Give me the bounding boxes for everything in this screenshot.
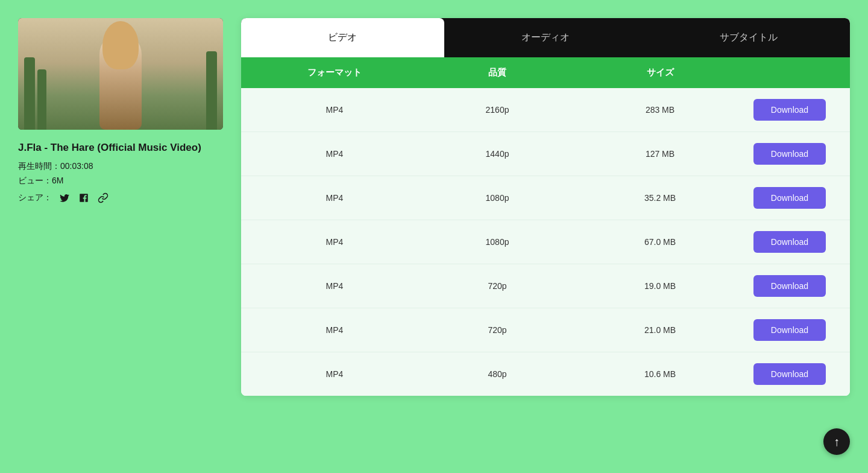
download-button[interactable]: Download xyxy=(753,143,826,165)
cell-download: Download xyxy=(741,363,838,385)
cell-quality: 2160p xyxy=(416,105,579,115)
cell-quality: 1080p xyxy=(416,237,579,247)
tab-subtitle[interactable]: サブタイトル xyxy=(647,18,850,57)
views-value: 6M xyxy=(52,176,63,185)
cell-quality: 1080p xyxy=(416,193,579,203)
views-label: ビュー： xyxy=(18,176,52,185)
video-views: ビュー：6M xyxy=(18,176,223,186)
twitter-icon[interactable] xyxy=(58,191,71,205)
share-label: シェア： xyxy=(18,192,52,203)
col-size: サイズ xyxy=(579,67,741,78)
cell-size: 10.6 MB xyxy=(579,369,741,379)
facebook-icon[interactable] xyxy=(77,191,90,205)
tab-video[interactable]: ビデオ xyxy=(241,18,444,57)
col-quality: 品質 xyxy=(416,67,579,78)
video-title: J.Fla - The Hare (Official Music Video) xyxy=(18,141,223,155)
right-panel: ビデオ オーディオ サブタイトル フォーマット 品質 サイズ MP4 2160p… xyxy=(241,18,850,396)
download-button[interactable]: Download xyxy=(753,99,826,121)
left-panel: J.Fla - The Hare (Official Music Video) … xyxy=(18,18,223,205)
cell-format: MP4 xyxy=(253,325,416,335)
cell-quality: 480p xyxy=(416,369,579,379)
cell-size: 67.0 MB xyxy=(579,237,741,247)
scroll-to-top-button[interactable]: ↑ xyxy=(823,428,850,455)
cell-download: Download xyxy=(741,99,838,121)
col-action xyxy=(741,67,838,78)
cell-format: MP4 xyxy=(253,193,416,203)
cell-quality: 720p xyxy=(416,325,579,335)
table-row: MP4 1080p 67.0 MB Download xyxy=(241,220,850,264)
tab-bar: ビデオ オーディオ サブタイトル xyxy=(241,18,850,57)
cell-download: Download xyxy=(741,231,838,253)
table-row: MP4 480p 10.6 MB Download xyxy=(241,352,850,396)
table-row: MP4 1080p 35.2 MB Download xyxy=(241,176,850,220)
cell-size: 35.2 MB xyxy=(579,193,741,203)
cell-format: MP4 xyxy=(253,105,416,115)
cell-size: 283 MB xyxy=(579,105,741,115)
cell-download: Download xyxy=(741,275,838,297)
cell-size: 19.0 MB xyxy=(579,281,741,291)
table-row: MP4 720p 21.0 MB Download xyxy=(241,308,850,352)
duration-label: 再生時間： xyxy=(18,161,60,171)
table-row: MP4 720p 19.0 MB Download xyxy=(241,264,850,308)
duration-value: 00:03:08 xyxy=(60,161,93,171)
cell-download: Download xyxy=(741,319,838,341)
cell-format: MP4 xyxy=(253,149,416,159)
cell-download: Download xyxy=(741,143,838,165)
video-duration: 再生時間：00:03:08 xyxy=(18,161,223,172)
cell-format: MP4 xyxy=(253,369,416,379)
cell-format: MP4 xyxy=(253,237,416,247)
cell-download: Download xyxy=(741,187,838,209)
download-button[interactable]: Download xyxy=(753,231,826,253)
table-body: MP4 2160p 283 MB Download MP4 1440p 127 … xyxy=(241,88,850,396)
download-button[interactable]: Download xyxy=(753,275,826,297)
col-format: フォーマット xyxy=(253,67,416,78)
download-button[interactable]: Download xyxy=(753,319,826,341)
cell-size: 127 MB xyxy=(579,149,741,159)
link-icon[interactable] xyxy=(96,191,110,205)
table-header: フォーマット 品質 サイズ xyxy=(241,57,850,88)
table-row: MP4 2160p 283 MB Download xyxy=(241,88,850,132)
video-thumbnail xyxy=(18,18,223,130)
download-button[interactable]: Download xyxy=(753,187,826,209)
share-row: シェア： xyxy=(18,191,223,205)
cell-quality: 1440p xyxy=(416,149,579,159)
download-button[interactable]: Download xyxy=(753,363,826,385)
tab-audio[interactable]: オーディオ xyxy=(444,18,647,57)
cell-size: 21.0 MB xyxy=(579,325,741,335)
cell-quality: 720p xyxy=(416,281,579,291)
cell-format: MP4 xyxy=(253,281,416,291)
table-row: MP4 1440p 127 MB Download xyxy=(241,132,850,176)
